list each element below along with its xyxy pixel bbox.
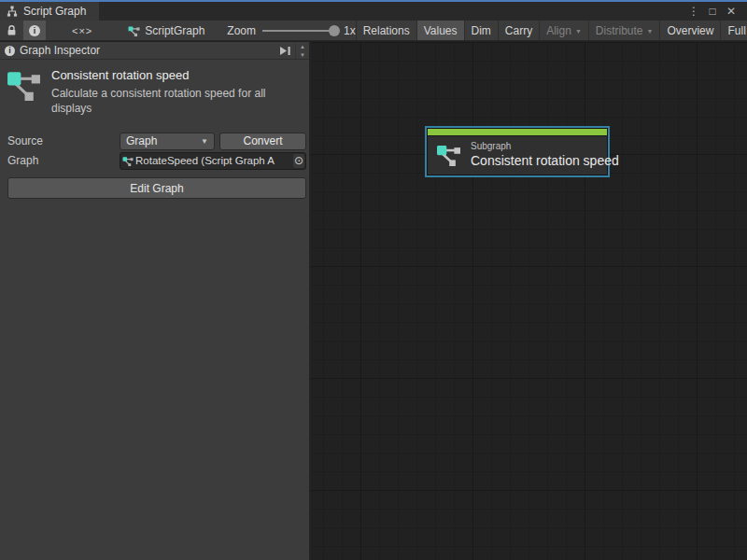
node-kind-label: Subgraph xyxy=(471,141,619,151)
source-dropdown[interactable]: Graph ▼ xyxy=(120,133,215,150)
chevron-down-icon: ▼ xyxy=(575,27,582,35)
zoom-control: Zoom 1x xyxy=(227,21,355,40)
code-preview-button[interactable]: <×> xyxy=(46,21,119,40)
graph-inspector-title: Graph Inspector xyxy=(20,44,100,57)
subgraph-node-icon xyxy=(436,143,461,166)
graph-icon xyxy=(7,68,41,116)
zoom-slider[interactable] xyxy=(262,30,337,32)
graph-object-field[interactable]: RotateSpeed (Script Graph A ⊙ xyxy=(120,152,306,170)
edit-graph-button[interactable]: Edit Graph xyxy=(7,177,306,199)
breadcrumb[interactable]: ScriptGraph xyxy=(119,21,214,40)
carry-button[interactable]: Carry xyxy=(498,21,539,40)
graph-summary-text: Consistent rotation speed Calculate a co… xyxy=(51,68,296,116)
lock-button[interactable] xyxy=(0,21,23,40)
graph-canvas[interactable]: Subgraph Consistent rotation speed xyxy=(311,42,747,560)
tab-title: Script Graph xyxy=(23,5,86,18)
graph-inspector-panel: i Graph Inspector ▲ ▼ xyxy=(0,42,311,560)
info-icon: i xyxy=(29,25,40,36)
graph-object-value: RotateSpeed (Script Graph A xyxy=(135,155,293,166)
script-graph-tab-icon xyxy=(7,6,18,17)
close-icon[interactable]: ✕ xyxy=(723,3,740,20)
overview-button[interactable]: Overview xyxy=(659,21,720,40)
graph-row: Graph RotateSpeed (Script G xyxy=(0,151,309,170)
toolbar-right-buttons: Relations Values Dim Carry Align ▼ Distr… xyxy=(356,21,747,40)
values-button[interactable]: Values xyxy=(416,21,464,40)
source-row: Source Graph ▼ Convert xyxy=(0,132,309,150)
scroll-down-icon[interactable]: ▼ xyxy=(296,50,309,59)
source-label: Source xyxy=(7,134,120,147)
lock-icon xyxy=(6,24,18,36)
dim-button[interactable]: Dim xyxy=(464,21,498,40)
graph-inspector-header: i Graph Inspector ▲ ▼ xyxy=(0,42,309,60)
main-area: i Graph Inspector ▲ ▼ xyxy=(0,42,747,560)
align-button[interactable]: Align ▼ xyxy=(539,21,588,40)
maximize-icon[interactable]: □ xyxy=(704,3,721,20)
code-icon: <×> xyxy=(72,25,92,36)
info-icon: i xyxy=(5,46,15,56)
breadcrumb-label: ScriptGraph xyxy=(145,24,204,37)
script-graph-node-icon xyxy=(128,25,140,36)
chevron-down-icon: ▼ xyxy=(201,137,208,146)
graph-field-label: Graph xyxy=(7,154,120,167)
node-header-bar xyxy=(428,129,607,136)
chevron-down-icon: ▼ xyxy=(647,27,654,35)
window-menu-icon[interactable]: ⋮ xyxy=(685,3,702,20)
panel-scrollbar[interactable]: ▲ ▼ xyxy=(295,42,309,59)
graph-summary: Consistent rotation speed Calculate a co… xyxy=(0,60,309,116)
zoom-label: Zoom xyxy=(227,24,256,37)
source-dropdown-value: Graph xyxy=(126,134,157,147)
object-picker-icon[interactable]: ⊙ xyxy=(293,154,304,168)
script-graph-asset-icon xyxy=(122,156,134,166)
full-screen-button[interactable]: Full Screen xyxy=(720,21,747,40)
dock-panel-button[interactable] xyxy=(275,46,295,56)
tab-bar: Script Graph ⋮ □ ✕ xyxy=(0,2,747,21)
inspector-toggle-button[interactable]: i xyxy=(23,21,46,40)
convert-button[interactable]: Convert xyxy=(219,133,306,150)
node-title: Consistent rotation speed xyxy=(471,153,619,168)
tab-script-graph[interactable]: Script Graph xyxy=(0,2,99,21)
subgraph-node[interactable]: Subgraph Consistent rotation speed xyxy=(425,126,610,177)
graph-toolbar: i <×> ScriptGraph Zoom 1x Relations Valu… xyxy=(0,21,747,41)
distribute-button[interactable]: Distribute ▼ xyxy=(588,21,660,40)
relations-button[interactable]: Relations xyxy=(356,21,416,40)
dock-icon xyxy=(279,46,291,56)
scroll-up-icon[interactable]: ▲ xyxy=(296,42,309,50)
zoom-value: 1x xyxy=(344,24,356,37)
inspector-fields: Source Graph ▼ Convert Graph xyxy=(0,132,309,199)
zoom-slider-knob[interactable] xyxy=(329,25,340,36)
window-controls: ⋮ □ ✕ xyxy=(685,2,747,21)
graph-description: Calculate a consistent rotation speed fo… xyxy=(51,86,296,116)
graph-title: Consistent rotation speed xyxy=(51,68,296,82)
